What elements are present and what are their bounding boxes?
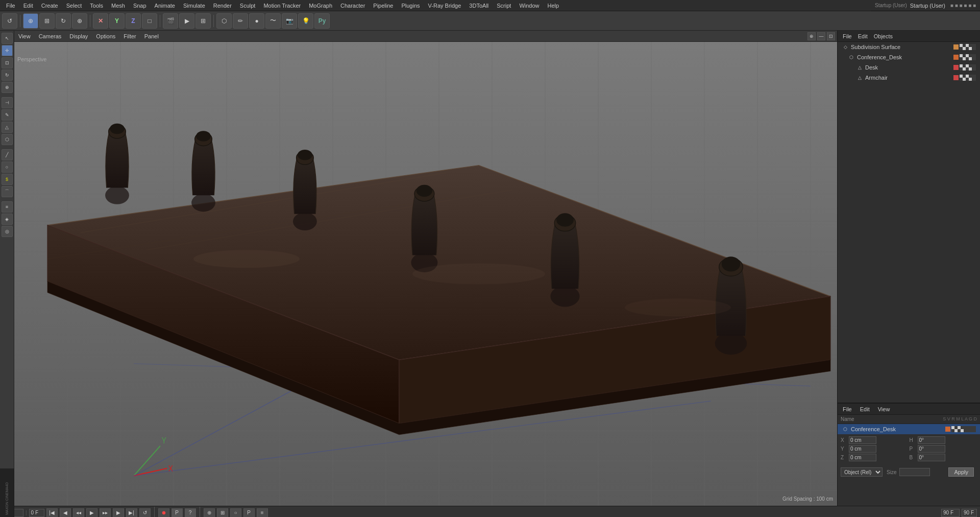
apply-button[interactable]: Apply bbox=[948, 467, 974, 477]
move-tool-btn[interactable]: ⊕ bbox=[23, 13, 38, 29]
p-snap-btn[interactable]: P bbox=[243, 508, 255, 518]
menu-vray[interactable]: V-Ray Bridge bbox=[424, 2, 465, 10]
select-x-btn[interactable]: ✕ bbox=[93, 13, 108, 29]
menu-render[interactable]: Render bbox=[209, 2, 236, 10]
h-rot-input[interactable] bbox=[918, 436, 945, 444]
left-scale-btn[interactable]: ⊡ bbox=[2, 57, 13, 68]
render-btn[interactable]: ▶ bbox=[179, 13, 194, 29]
scheme-btn[interactable]: ≡ bbox=[257, 508, 268, 518]
rotate-tool-btn[interactable]: ↻ bbox=[56, 13, 71, 29]
obj-edit-menu[interactable]: Edit bbox=[856, 33, 870, 39]
play-btn[interactable]: ▶ bbox=[86, 508, 97, 518]
play-fwd-btn[interactable]: ▸▸ bbox=[100, 508, 111, 518]
next-frame-btn[interactable]: ▶ bbox=[113, 508, 124, 518]
object-mode-select[interactable]: Object (Rel) Object (Abs) World bbox=[841, 467, 883, 477]
sphere-btn[interactable]: ● bbox=[249, 13, 264, 29]
object-mode-btn[interactable]: □ bbox=[142, 13, 157, 29]
left-select-btn[interactable]: ↖ bbox=[2, 33, 13, 44]
filter-menu[interactable]: Filter bbox=[121, 33, 138, 39]
play-back-btn[interactable]: ◂◂ bbox=[73, 508, 84, 518]
menu-edit[interactable]: Edit bbox=[19, 2, 37, 10]
options-menu[interactable]: Options bbox=[94, 33, 117, 39]
render-region-btn[interactable]: 🎬 bbox=[163, 13, 178, 29]
left-lasso-btn[interactable]: ○ bbox=[2, 161, 13, 173]
obj-snap-btn[interactable]: ○ bbox=[230, 508, 241, 518]
panel-menu[interactable]: Panel bbox=[142, 33, 161, 39]
cameras-menu[interactable]: Cameras bbox=[37, 33, 64, 39]
left-axis-btn[interactable]: ⊣ bbox=[2, 97, 13, 108]
fullscreen-btn[interactable]: ⊡ bbox=[827, 32, 835, 40]
render-to-po-btn[interactable]: ⊞ bbox=[195, 13, 211, 29]
menu-mesh[interactable]: Mesh bbox=[107, 2, 129, 10]
record-btn[interactable]: ⏺ bbox=[158, 508, 169, 518]
select-z-btn[interactable]: Z bbox=[126, 13, 141, 29]
size-input[interactable] bbox=[899, 468, 930, 476]
start-frame-input[interactable] bbox=[29, 509, 44, 517]
menu-help[interactable]: Help bbox=[544, 2, 564, 10]
y-pos-input[interactable] bbox=[849, 445, 876, 453]
left-poly-btn[interactable]: △ bbox=[2, 122, 13, 133]
menu-motion-tracker[interactable]: Motion Tracker bbox=[259, 2, 305, 10]
left-dollar-btn[interactable]: $ bbox=[2, 174, 13, 185]
jump-start-btn[interactable]: |◀ bbox=[46, 508, 58, 518]
cube-btn[interactable]: ⬡ bbox=[216, 13, 232, 29]
select-y-btn[interactable]: Y bbox=[109, 13, 125, 29]
attr-edit-menu[interactable]: Edit bbox=[858, 406, 872, 412]
menu-plugins[interactable]: Plugins bbox=[397, 2, 424, 10]
jump-end-btn[interactable]: ▶| bbox=[126, 508, 137, 518]
menu-file[interactable]: File bbox=[2, 2, 19, 10]
camera-btn[interactable]: 📷 bbox=[282, 13, 297, 29]
left-transform-btn[interactable]: ⊕ bbox=[2, 82, 13, 93]
tree-armchair[interactable]: △ Armchair bbox=[838, 73, 980, 83]
obj-file-menu[interactable]: File bbox=[841, 33, 854, 39]
scale-tool-btn[interactable]: ⊞ bbox=[39, 13, 55, 29]
x-pos-input[interactable] bbox=[849, 436, 876, 444]
p-rot-input[interactable] bbox=[918, 445, 945, 453]
menu-3dtoall[interactable]: 3DToAll bbox=[465, 2, 493, 10]
pen-btn[interactable]: ✏ bbox=[233, 13, 248, 29]
undo-btn[interactable]: ↺ bbox=[2, 13, 17, 29]
spline-btn[interactable]: 〜 bbox=[265, 13, 281, 29]
b-rot-input[interactable] bbox=[918, 454, 945, 461]
obj-objects-menu[interactable]: Objects bbox=[872, 33, 895, 39]
minimize-btn[interactable]: — bbox=[817, 32, 825, 40]
menu-character[interactable]: Character bbox=[336, 2, 369, 10]
attr-file-menu[interactable]: File bbox=[841, 406, 854, 412]
transform-btn[interactable]: ⊕ bbox=[72, 13, 87, 29]
record-pos-btn[interactable]: P bbox=[172, 508, 183, 518]
attr-view-menu[interactable]: View bbox=[876, 406, 892, 412]
left-move-btn[interactable]: ✛ bbox=[2, 45, 13, 56]
menu-animate[interactable]: Animate bbox=[151, 2, 179, 10]
menu-mograph[interactable]: MoGraph bbox=[305, 2, 336, 10]
menu-simulate[interactable]: Simulate bbox=[179, 2, 209, 10]
fps-input[interactable] bbox=[962, 509, 977, 517]
snap-btn[interactable]: ⊕ bbox=[204, 508, 215, 518]
menu-select[interactable]: Select bbox=[62, 2, 86, 10]
menu-script[interactable]: Script bbox=[493, 2, 515, 10]
record-rot-btn[interactable]: ? bbox=[185, 508, 196, 518]
view-menu[interactable]: View bbox=[16, 33, 33, 39]
prev-frame-btn[interactable]: ◀ bbox=[60, 508, 71, 518]
tree-conference-desk[interactable]: ⬡ Conference_Desk bbox=[838, 52, 980, 62]
loop-btn[interactable]: ↺ bbox=[139, 508, 151, 518]
tree-subdivision[interactable]: ◇ Subdivision Surface bbox=[838, 42, 980, 52]
left-ring-btn[interactable]: ◎ bbox=[2, 226, 13, 237]
z-pos-input[interactable] bbox=[849, 454, 876, 461]
maximize-btn[interactable]: ⊕ bbox=[807, 32, 816, 40]
left-edge-btn[interactable]: ⬡ bbox=[2, 134, 13, 145]
left-draw-btn[interactable]: ✎ bbox=[2, 109, 13, 121]
left-tag-btn[interactable]: ◈ bbox=[2, 214, 13, 225]
light-btn[interactable]: 💡 bbox=[298, 13, 313, 29]
viewport-canvas[interactable]: Perspective bbox=[14, 42, 837, 506]
menu-window[interactable]: Window bbox=[515, 2, 543, 10]
menu-pipeline[interactable]: Pipeline bbox=[369, 2, 397, 10]
python-btn[interactable]: Py bbox=[314, 13, 330, 29]
viewport[interactable]: View Cameras Display Options Filter Pane… bbox=[14, 31, 837, 506]
left-brush-btn[interactable]: ⌒ bbox=[2, 186, 13, 197]
left-line-btn[interactable]: ╱ bbox=[2, 149, 13, 160]
display-menu[interactable]: Display bbox=[67, 33, 90, 39]
end-frame-input[interactable] bbox=[941, 509, 960, 517]
left-rotate-btn[interactable]: ↻ bbox=[2, 69, 13, 81]
tree-desk[interactable]: △ Desk bbox=[838, 62, 980, 73]
selected-object-row[interactable]: ⬡ Conference_Desk bbox=[838, 424, 980, 434]
